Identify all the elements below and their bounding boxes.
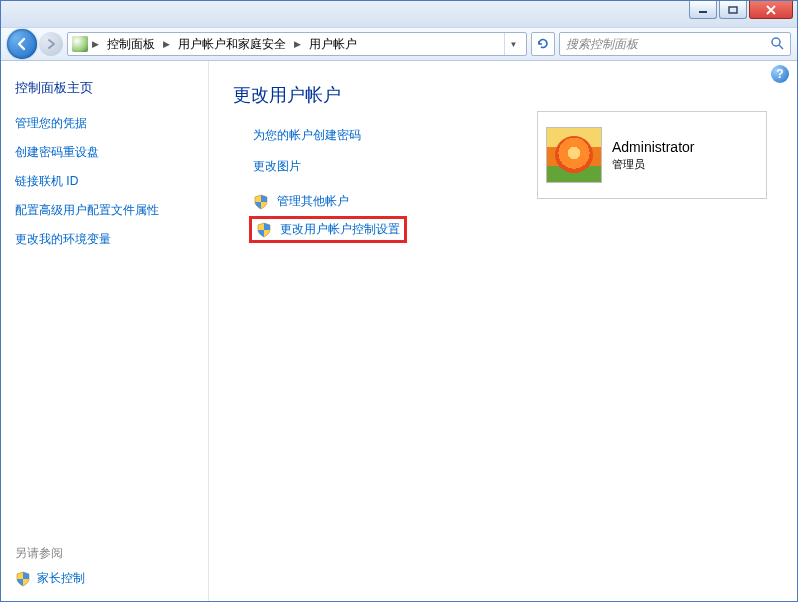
breadcrumb-dropdown[interactable]: ▼ (504, 33, 522, 55)
chevron-right-icon[interactable]: ▶ (90, 39, 101, 49)
svg-rect-1 (729, 7, 737, 13)
close-button[interactable] (749, 1, 793, 19)
uac-settings-highlight: 更改用户帐户控制设置 (249, 216, 407, 243)
sidebar-link-env-vars[interactable]: 更改我的环境变量 (15, 231, 194, 248)
shield-icon (253, 194, 269, 210)
search-placeholder: 搜索控制面板 (566, 36, 638, 53)
chevron-right-icon[interactable]: ▶ (292, 39, 303, 49)
see-also-heading: 另请参阅 (15, 545, 194, 562)
crumb-control-panel[interactable]: 控制面板 (103, 34, 159, 55)
sidebar-link-profile-props[interactable]: 配置高级用户配置文件属性 (15, 202, 194, 219)
shield-icon (256, 222, 272, 238)
sidebar-title[interactable]: 控制面板主页 (15, 79, 194, 97)
account-picture[interactable] (546, 127, 602, 183)
maximize-button[interactable] (719, 1, 747, 19)
control-panel-icon (72, 36, 88, 52)
account-name: Administrator (612, 139, 694, 155)
svg-rect-0 (699, 11, 707, 13)
content: ? 更改用户帐户 为您的帐户创建密码 更改图片 管理其他帐户 更改用户帐户控制设… (209, 61, 797, 601)
account-info: Administrator 管理员 (612, 139, 694, 172)
help-icon[interactable]: ? (771, 65, 789, 83)
account-card: Administrator 管理员 (537, 111, 767, 199)
back-button[interactable] (7, 29, 37, 59)
forward-button[interactable] (39, 32, 63, 56)
svg-line-3 (779, 45, 783, 49)
action-change-uac-settings[interactable]: 更改用户帐户控制设置 (280, 221, 400, 238)
breadcrumb[interactable]: ▶ 控制面板 ▶ 用户帐户和家庭安全 ▶ 用户帐户 ▼ (67, 32, 527, 56)
sidebar-link-credentials[interactable]: 管理您的凭据 (15, 115, 194, 132)
chevron-right-icon[interactable]: ▶ (161, 39, 172, 49)
sidebar-link-parental[interactable]: 家长控制 (37, 570, 85, 587)
page-title: 更改用户帐户 (233, 83, 773, 107)
sidebar: 控制面板主页 管理您的凭据 创建密码重设盘 链接联机 ID 配置高级用户配置文件… (1, 61, 209, 601)
sidebar-link-online-id[interactable]: 链接联机 ID (15, 173, 194, 190)
nav-bar: ▶ 控制面板 ▶ 用户帐户和家庭安全 ▶ 用户帐户 ▼ 搜索控制面板 (1, 27, 797, 61)
refresh-button[interactable] (531, 32, 555, 56)
control-panel-window: ▶ 控制面板 ▶ 用户帐户和家庭安全 ▶ 用户帐户 ▼ 搜索控制面板 控制面板主… (0, 0, 798, 602)
svg-point-2 (772, 38, 780, 46)
body: 控制面板主页 管理您的凭据 创建密码重设盘 链接联机 ID 配置高级用户配置文件… (1, 61, 797, 601)
sidebar-link-reset-disk[interactable]: 创建密码重设盘 (15, 144, 194, 161)
shield-icon (15, 571, 31, 587)
crumb-user-accounts-family[interactable]: 用户帐户和家庭安全 (174, 34, 290, 55)
title-bar (1, 1, 797, 27)
account-type: 管理员 (612, 157, 694, 172)
search-input[interactable]: 搜索控制面板 (559, 32, 791, 56)
search-icon (770, 36, 784, 53)
minimize-button[interactable] (689, 1, 717, 19)
crumb-user-accounts[interactable]: 用户帐户 (305, 34, 361, 55)
action-manage-other-accounts[interactable]: 管理其他帐户 (277, 193, 349, 210)
